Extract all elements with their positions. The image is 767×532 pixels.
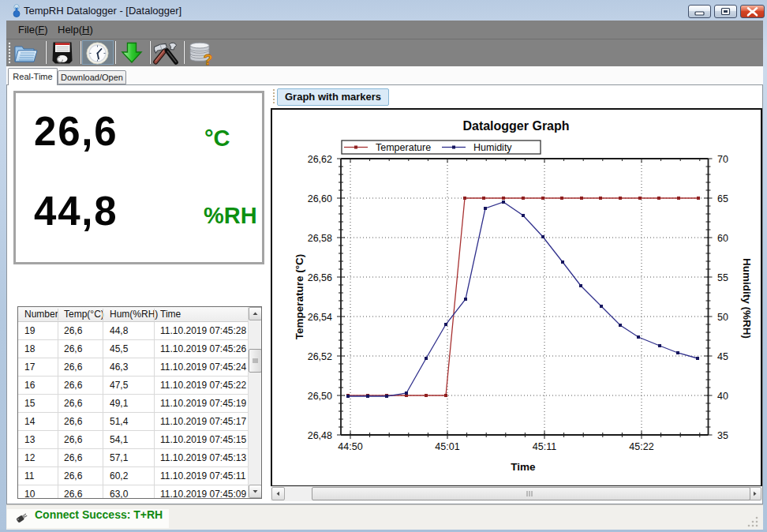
svg-text:Temperature (°C): Temperature (°C) — [294, 254, 305, 340]
svg-text:Humidity (%RH): Humidity (%RH) — [741, 258, 753, 339]
svg-text:45:22: 45:22 — [629, 441, 653, 452]
svg-text:35: 35 — [717, 430, 728, 441]
svg-text:55: 55 — [717, 272, 728, 283]
svg-text:Temperature: Temperature — [376, 142, 431, 153]
svg-text:26,48: 26,48 — [308, 430, 332, 441]
svg-text:60: 60 — [717, 233, 728, 244]
svg-text:26,52: 26,52 — [308, 351, 332, 362]
svg-text:65: 65 — [717, 193, 728, 204]
svg-text:26,60: 26,60 — [308, 193, 332, 204]
svg-text:45: 45 — [717, 351, 728, 362]
svg-text:26,54: 26,54 — [308, 312, 332, 323]
svg-text:26,50: 26,50 — [308, 391, 332, 402]
svg-text:44:50: 44:50 — [338, 441, 362, 452]
svg-text:45:01: 45:01 — [435, 441, 459, 452]
svg-text:?: ? — [204, 51, 213, 66]
svg-text:26,62: 26,62 — [308, 154, 332, 165]
svg-text:70: 70 — [717, 154, 728, 165]
svg-text:26,58: 26,58 — [308, 233, 332, 244]
svg-text:Humidity: Humidity — [473, 142, 512, 153]
svg-text:Time: Time — [511, 461, 536, 473]
svg-text:40: 40 — [717, 391, 728, 402]
svg-text:50: 50 — [717, 312, 728, 323]
svg-text:26,56: 26,56 — [308, 272, 332, 283]
svg-text:Datalogger Graph: Datalogger Graph — [462, 119, 569, 133]
svg-text:45:11: 45:11 — [533, 441, 556, 452]
